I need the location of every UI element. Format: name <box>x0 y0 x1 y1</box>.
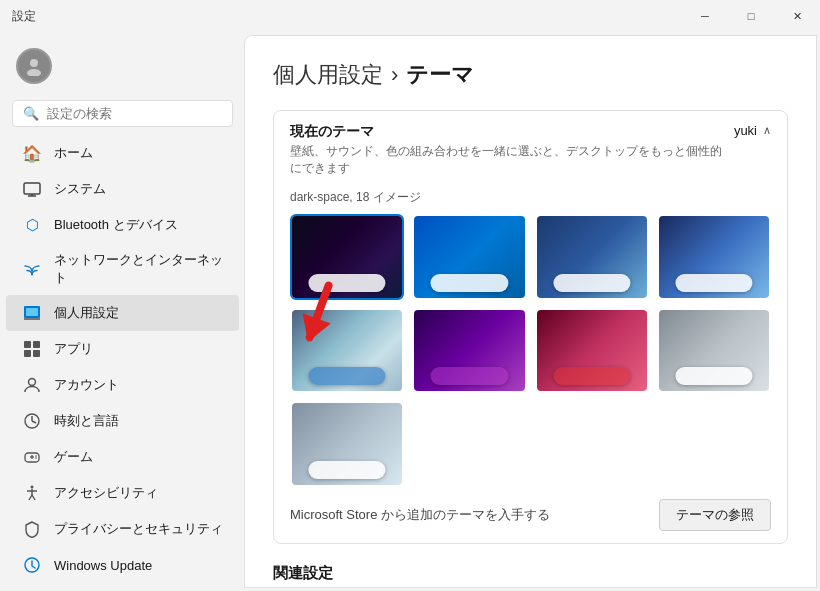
theme-grid <box>290 214 771 487</box>
app-body: 🔍 🏠 ホーム システム ⬡ Bluetooth とデバイス <box>0 32 820 591</box>
taskbar-preview <box>309 274 386 292</box>
current-theme-card: 現在のテーマ 壁紙、サウンド、色の組み合わせを一緒に選ぶと、デスクトップをもっと… <box>273 110 788 544</box>
theme-thumb-4[interactable] <box>657 214 771 300</box>
accounts-icon <box>22 375 42 395</box>
apps-icon <box>22 339 42 359</box>
sidebar-item-label: プライバシーとセキュリティ <box>54 520 223 538</box>
theme-thumb-9[interactable] <box>290 401 404 487</box>
minimize-button[interactable]: ─ <box>682 0 728 32</box>
section-card-text: 現在のテーマ 壁紙、サウンド、色の組み合わせを一緒に選ぶと、デスクトップをもっと… <box>290 123 734 177</box>
sidebar-header <box>0 40 245 100</box>
network-icon <box>22 259 42 279</box>
maximize-button[interactable]: □ <box>728 0 774 32</box>
svg-point-22 <box>31 486 34 489</box>
sidebar-item-privacy[interactable]: プライバシーとセキュリティ <box>6 511 239 547</box>
window-controls: ─ □ ✕ <box>682 0 820 32</box>
svg-rect-10 <box>33 341 40 348</box>
avatar[interactable] <box>16 48 52 84</box>
sidebar-item-personalization[interactable]: 個人用設定 <box>6 295 239 331</box>
sidebar-item-accounts[interactable]: アカウント <box>6 367 239 403</box>
theme-label: dark-space, 18 イメージ <box>290 189 771 206</box>
sidebar-item-windows-update[interactable]: Windows Update <box>6 547 239 583</box>
svg-point-21 <box>35 457 37 459</box>
sidebar-item-gaming[interactable]: ゲーム <box>6 439 239 475</box>
theme-thumb-1[interactable] <box>290 214 404 300</box>
svg-point-1 <box>27 69 41 76</box>
taskbar-preview <box>431 367 508 385</box>
theme-thumb-6[interactable] <box>412 308 526 394</box>
sidebar-item-network[interactable]: ネットワークとインターネット <box>6 243 239 295</box>
sidebar-item-label: Bluetooth とデバイス <box>54 216 178 234</box>
theme-thumb-5[interactable] <box>290 308 404 394</box>
taskbar-preview <box>553 367 630 385</box>
sidebar-item-bluetooth[interactable]: ⬡ Bluetooth とデバイス <box>6 207 239 243</box>
app-title: 設定 <box>12 8 36 25</box>
taskbar-preview <box>309 461 386 479</box>
search-input[interactable] <box>47 106 222 121</box>
windows-update-icon <box>22 555 42 575</box>
taskbar-preview <box>309 367 386 385</box>
related-settings-section: 関連設定 デスクトップ アイコンの設定 <box>273 564 788 587</box>
store-row: Microsoft Store から追加のテーマを入手する テーマの参照 <box>290 499 771 531</box>
svg-rect-2 <box>24 183 40 194</box>
titlebar: 設定 ─ □ ✕ <box>0 0 820 32</box>
sidebar-item-label: アカウント <box>54 376 119 394</box>
home-icon: 🏠 <box>22 143 42 163</box>
sidebar-item-label: ネットワークとインターネット <box>54 251 223 287</box>
theme-thumb-7[interactable] <box>535 308 649 394</box>
sidebar-item-label: システム <box>54 180 106 198</box>
current-user-label: yuki <box>734 123 757 138</box>
taskbar-preview <box>553 274 630 292</box>
main-content: 個人用設定 › テーマ 現在のテーマ 壁紙、サウンド、色の組み合わせを一緒に選ぶ… <box>245 36 816 587</box>
related-settings-title: 関連設定 <box>273 564 788 583</box>
sidebar-item-label: Windows Update <box>54 558 152 573</box>
svg-point-20 <box>35 455 37 457</box>
taskbar-preview <box>675 274 752 292</box>
personalization-icon <box>22 303 42 323</box>
sidebar-item-label: アプリ <box>54 340 93 358</box>
section-card-right: yuki ∧ <box>734 123 771 138</box>
svg-line-25 <box>29 495 32 500</box>
sidebar-item-system[interactable]: システム <box>6 171 239 207</box>
gaming-icon <box>22 447 42 467</box>
sidebar: 🔍 🏠 ホーム システム ⬡ Bluetooth とデバイス <box>0 32 245 591</box>
search-icon: 🔍 <box>23 106 39 121</box>
sidebar-item-label: ゲーム <box>54 448 93 466</box>
sidebar-item-time[interactable]: 時刻と言語 <box>6 403 239 439</box>
breadcrumb: 個人用設定 › テーマ <box>273 60 788 90</box>
section-card-desc: 壁紙、サウンド、色の組み合わせを一緒に選ぶと、デスクトップをもっと個性的にできま… <box>290 143 734 177</box>
section-card-header: 現在のテーマ 壁紙、サウンド、色の組み合わせを一緒に選ぶと、デスクトップをもっと… <box>290 123 771 177</box>
svg-rect-11 <box>24 350 31 357</box>
section-card-title: 現在のテーマ <box>290 123 734 141</box>
svg-rect-7 <box>26 308 38 316</box>
browse-themes-button[interactable]: テーマの参照 <box>659 499 771 531</box>
time-icon <box>22 411 42 431</box>
svg-line-26 <box>32 495 35 500</box>
theme-thumb-2[interactable] <box>412 214 526 300</box>
sidebar-item-label: アクセシビリティ <box>54 484 158 502</box>
svg-point-13 <box>29 379 36 386</box>
svg-point-0 <box>30 59 38 67</box>
system-icon <box>22 179 42 199</box>
svg-rect-12 <box>33 350 40 357</box>
sidebar-item-label: 個人用設定 <box>54 304 119 322</box>
sidebar-item-accessibility[interactable]: アクセシビリティ <box>6 475 239 511</box>
taskbar-preview <box>675 367 752 385</box>
sidebar-item-apps[interactable]: アプリ <box>6 331 239 367</box>
svg-rect-9 <box>24 341 31 348</box>
search-box[interactable]: 🔍 <box>12 100 233 127</box>
theme-thumb-8[interactable] <box>657 308 771 394</box>
sidebar-item-label: ホーム <box>54 144 93 162</box>
close-button[interactable]: ✕ <box>774 0 820 32</box>
accessibility-icon <box>22 483 42 503</box>
svg-point-5 <box>31 274 33 276</box>
bluetooth-icon: ⬡ <box>22 215 42 235</box>
chevron-up-icon: ∧ <box>763 124 771 137</box>
sidebar-item-label: 時刻と言語 <box>54 412 119 430</box>
theme-thumb-3[interactable] <box>535 214 649 300</box>
taskbar-preview <box>431 274 508 292</box>
breadcrumb-sep: › <box>391 62 398 88</box>
sidebar-item-home[interactable]: 🏠 ホーム <box>6 135 239 171</box>
store-text: Microsoft Store から追加のテーマを入手する <box>290 506 550 524</box>
breadcrumb-parent[interactable]: 個人用設定 <box>273 60 383 90</box>
